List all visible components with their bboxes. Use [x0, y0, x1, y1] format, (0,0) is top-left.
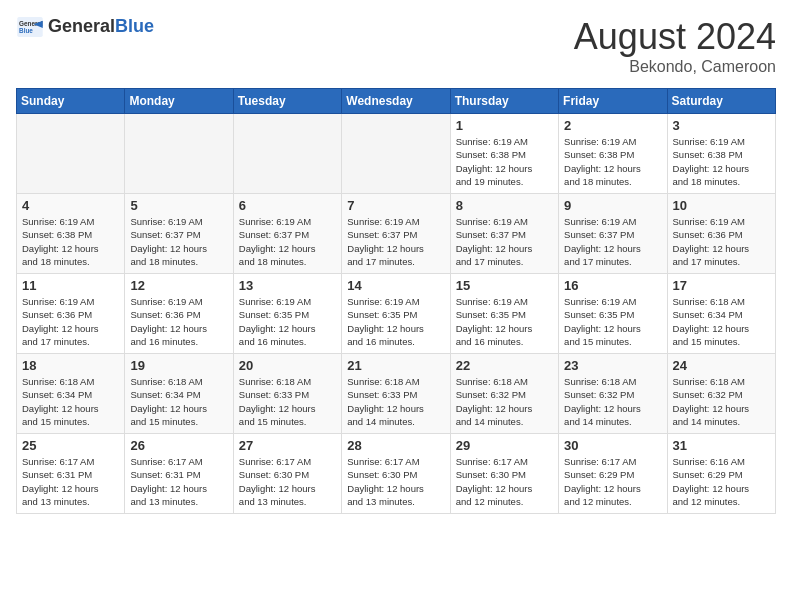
col-header-monday: Monday: [125, 89, 233, 114]
calendar-cell: 7Sunrise: 6:19 AM Sunset: 6:37 PM Daylig…: [342, 194, 450, 274]
day-number: 14: [347, 278, 444, 293]
calendar-cell: 2Sunrise: 6:19 AM Sunset: 6:38 PM Daylig…: [559, 114, 667, 194]
calendar-cell: 22Sunrise: 6:18 AM Sunset: 6:32 PM Dayli…: [450, 354, 558, 434]
calendar-cell: 25Sunrise: 6:17 AM Sunset: 6:31 PM Dayli…: [17, 434, 125, 514]
page-header: General Blue General Blue August 2024 Be…: [16, 16, 776, 76]
calendar-header-row: SundayMondayTuesdayWednesdayThursdayFrid…: [17, 89, 776, 114]
calendar-cell: 1Sunrise: 6:19 AM Sunset: 6:38 PM Daylig…: [450, 114, 558, 194]
col-header-thursday: Thursday: [450, 89, 558, 114]
day-number: 23: [564, 358, 661, 373]
day-info: Sunrise: 6:19 AM Sunset: 6:36 PM Dayligh…: [22, 295, 119, 348]
col-header-friday: Friday: [559, 89, 667, 114]
day-info: Sunrise: 6:17 AM Sunset: 6:30 PM Dayligh…: [239, 455, 336, 508]
calendar-table: SundayMondayTuesdayWednesdayThursdayFrid…: [16, 88, 776, 514]
day-info: Sunrise: 6:17 AM Sunset: 6:30 PM Dayligh…: [456, 455, 553, 508]
day-info: Sunrise: 6:17 AM Sunset: 6:31 PM Dayligh…: [130, 455, 227, 508]
logo-blue-text: Blue: [115, 16, 154, 37]
calendar-cell: 5Sunrise: 6:19 AM Sunset: 6:37 PM Daylig…: [125, 194, 233, 274]
calendar-cell: 19Sunrise: 6:18 AM Sunset: 6:34 PM Dayli…: [125, 354, 233, 434]
calendar-cell: [233, 114, 341, 194]
calendar-cell: 23Sunrise: 6:18 AM Sunset: 6:32 PM Dayli…: [559, 354, 667, 434]
day-number: 29: [456, 438, 553, 453]
col-header-wednesday: Wednesday: [342, 89, 450, 114]
day-info: Sunrise: 6:19 AM Sunset: 6:38 PM Dayligh…: [22, 215, 119, 268]
day-info: Sunrise: 6:18 AM Sunset: 6:33 PM Dayligh…: [239, 375, 336, 428]
title-block: August 2024 Bekondo, Cameroon: [574, 16, 776, 76]
calendar-cell: 13Sunrise: 6:19 AM Sunset: 6:35 PM Dayli…: [233, 274, 341, 354]
day-info: Sunrise: 6:19 AM Sunset: 6:37 PM Dayligh…: [564, 215, 661, 268]
week-row-5: 25Sunrise: 6:17 AM Sunset: 6:31 PM Dayli…: [17, 434, 776, 514]
calendar-cell: 18Sunrise: 6:18 AM Sunset: 6:34 PM Dayli…: [17, 354, 125, 434]
day-info: Sunrise: 6:18 AM Sunset: 6:34 PM Dayligh…: [22, 375, 119, 428]
day-number: 10: [673, 198, 770, 213]
month-year-title: August 2024: [574, 16, 776, 58]
calendar-cell: [342, 114, 450, 194]
day-number: 31: [673, 438, 770, 453]
day-number: 3: [673, 118, 770, 133]
location-subtitle: Bekondo, Cameroon: [574, 58, 776, 76]
day-info: Sunrise: 6:19 AM Sunset: 6:37 PM Dayligh…: [347, 215, 444, 268]
day-number: 13: [239, 278, 336, 293]
day-number: 21: [347, 358, 444, 373]
day-number: 18: [22, 358, 119, 373]
calendar-cell: 6Sunrise: 6:19 AM Sunset: 6:37 PM Daylig…: [233, 194, 341, 274]
day-number: 2: [564, 118, 661, 133]
day-number: 11: [22, 278, 119, 293]
day-info: Sunrise: 6:19 AM Sunset: 6:36 PM Dayligh…: [673, 215, 770, 268]
day-info: Sunrise: 6:19 AM Sunset: 6:35 PM Dayligh…: [564, 295, 661, 348]
svg-text:Blue: Blue: [19, 27, 33, 34]
day-number: 20: [239, 358, 336, 373]
day-info: Sunrise: 6:18 AM Sunset: 6:32 PM Dayligh…: [564, 375, 661, 428]
day-info: Sunrise: 6:19 AM Sunset: 6:35 PM Dayligh…: [456, 295, 553, 348]
calendar-cell: 14Sunrise: 6:19 AM Sunset: 6:35 PM Dayli…: [342, 274, 450, 354]
day-number: 28: [347, 438, 444, 453]
day-info: Sunrise: 6:18 AM Sunset: 6:33 PM Dayligh…: [347, 375, 444, 428]
day-number: 17: [673, 278, 770, 293]
day-info: Sunrise: 6:18 AM Sunset: 6:34 PM Dayligh…: [673, 295, 770, 348]
calendar-cell: 20Sunrise: 6:18 AM Sunset: 6:33 PM Dayli…: [233, 354, 341, 434]
calendar-cell: 15Sunrise: 6:19 AM Sunset: 6:35 PM Dayli…: [450, 274, 558, 354]
day-number: 1: [456, 118, 553, 133]
day-number: 12: [130, 278, 227, 293]
day-info: Sunrise: 6:18 AM Sunset: 6:32 PM Dayligh…: [456, 375, 553, 428]
calendar-cell: 12Sunrise: 6:19 AM Sunset: 6:36 PM Dayli…: [125, 274, 233, 354]
col-header-tuesday: Tuesday: [233, 89, 341, 114]
day-info: Sunrise: 6:18 AM Sunset: 6:34 PM Dayligh…: [130, 375, 227, 428]
col-header-saturday: Saturday: [667, 89, 775, 114]
day-number: 8: [456, 198, 553, 213]
logo-general-text: General: [48, 16, 115, 37]
calendar-cell: [17, 114, 125, 194]
calendar-cell: 30Sunrise: 6:17 AM Sunset: 6:29 PM Dayli…: [559, 434, 667, 514]
calendar-cell: 28Sunrise: 6:17 AM Sunset: 6:30 PM Dayli…: [342, 434, 450, 514]
calendar-cell: 10Sunrise: 6:19 AM Sunset: 6:36 PM Dayli…: [667, 194, 775, 274]
day-number: 24: [673, 358, 770, 373]
day-info: Sunrise: 6:19 AM Sunset: 6:37 PM Dayligh…: [239, 215, 336, 268]
day-info: Sunrise: 6:19 AM Sunset: 6:36 PM Dayligh…: [130, 295, 227, 348]
day-number: 6: [239, 198, 336, 213]
day-info: Sunrise: 6:19 AM Sunset: 6:38 PM Dayligh…: [673, 135, 770, 188]
day-number: 4: [22, 198, 119, 213]
day-info: Sunrise: 6:16 AM Sunset: 6:29 PM Dayligh…: [673, 455, 770, 508]
day-number: 7: [347, 198, 444, 213]
calendar-cell: 26Sunrise: 6:17 AM Sunset: 6:31 PM Dayli…: [125, 434, 233, 514]
logo-icon: General Blue: [16, 17, 44, 37]
day-info: Sunrise: 6:19 AM Sunset: 6:38 PM Dayligh…: [564, 135, 661, 188]
day-info: Sunrise: 6:19 AM Sunset: 6:38 PM Dayligh…: [456, 135, 553, 188]
week-row-1: 1Sunrise: 6:19 AM Sunset: 6:38 PM Daylig…: [17, 114, 776, 194]
calendar-cell: 27Sunrise: 6:17 AM Sunset: 6:30 PM Dayli…: [233, 434, 341, 514]
day-info: Sunrise: 6:19 AM Sunset: 6:35 PM Dayligh…: [347, 295, 444, 348]
day-number: 16: [564, 278, 661, 293]
col-header-sunday: Sunday: [17, 89, 125, 114]
day-info: Sunrise: 6:17 AM Sunset: 6:29 PM Dayligh…: [564, 455, 661, 508]
calendar-cell: [125, 114, 233, 194]
calendar-cell: 11Sunrise: 6:19 AM Sunset: 6:36 PM Dayli…: [17, 274, 125, 354]
day-number: 26: [130, 438, 227, 453]
day-info: Sunrise: 6:19 AM Sunset: 6:37 PM Dayligh…: [130, 215, 227, 268]
calendar-cell: 8Sunrise: 6:19 AM Sunset: 6:37 PM Daylig…: [450, 194, 558, 274]
calendar-cell: 16Sunrise: 6:19 AM Sunset: 6:35 PM Dayli…: [559, 274, 667, 354]
logo: General Blue General Blue: [16, 16, 154, 37]
day-info: Sunrise: 6:19 AM Sunset: 6:37 PM Dayligh…: [456, 215, 553, 268]
day-number: 5: [130, 198, 227, 213]
week-row-3: 11Sunrise: 6:19 AM Sunset: 6:36 PM Dayli…: [17, 274, 776, 354]
calendar-cell: 21Sunrise: 6:18 AM Sunset: 6:33 PM Dayli…: [342, 354, 450, 434]
